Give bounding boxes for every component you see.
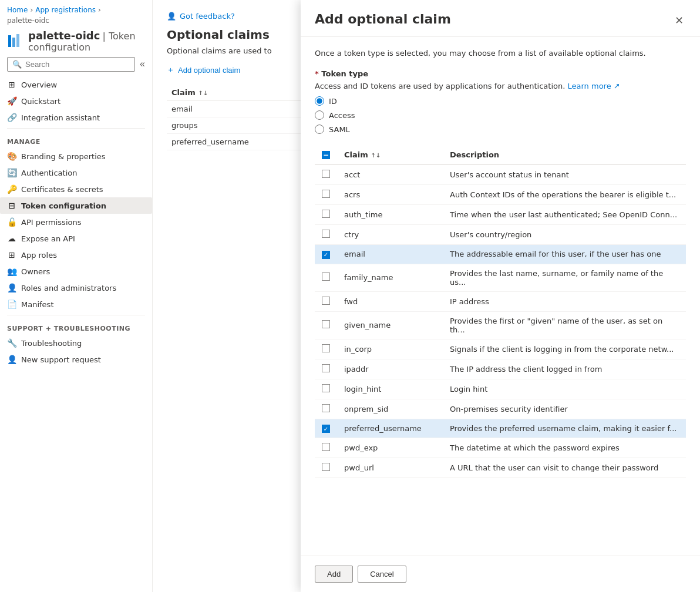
sidebar-item-api-permissions[interactable]: 🔓 API permissions xyxy=(0,214,152,230)
radio-saml[interactable]: SAML xyxy=(315,125,686,134)
claim-checkbox[interactable] xyxy=(322,170,330,178)
claim-checkbox-cell[interactable] xyxy=(315,205,337,225)
claim-description: A URL that the user can visit to change … xyxy=(443,458,686,478)
search-input[interactable] xyxy=(25,60,130,69)
claim-checkbox-cell[interactable] xyxy=(315,438,337,458)
select-all-checkbox[interactable] xyxy=(322,151,330,159)
claim-checkbox[interactable] xyxy=(322,364,330,372)
token-config-icon: ⊟ xyxy=(7,201,16,210)
claim-checkbox-cell[interactable] xyxy=(315,399,337,419)
radio-id-input[interactable] xyxy=(315,96,324,106)
list-item[interactable]: pwd_url A URL that the user can visit to… xyxy=(315,458,686,478)
claim-checkbox-cell[interactable] xyxy=(315,419,337,438)
claim-checkbox[interactable] xyxy=(322,404,330,412)
breadcrumb-app-registrations[interactable]: App registrations xyxy=(35,6,96,14)
claim-description: Provides the last name, surname, or fami… xyxy=(443,264,686,291)
radio-access[interactable]: Access xyxy=(315,110,686,120)
sidebar-item-roles-admins[interactable]: 👤 Roles and administrators xyxy=(0,280,152,296)
list-item[interactable]: in_corp Signals if the client is logging… xyxy=(315,339,686,359)
claim-checkbox[interactable] xyxy=(322,273,330,281)
radio-access-input[interactable] xyxy=(315,110,324,120)
sidebar-item-quickstart[interactable]: 🚀 Quickstart xyxy=(0,93,152,109)
claim-name: ctry xyxy=(337,225,443,245)
list-item[interactable]: pwd_exp The datetime at which the passwo… xyxy=(315,438,686,458)
branding-icon: 🎨 xyxy=(7,152,16,161)
collapse-button[interactable]: « xyxy=(135,56,150,72)
breadcrumb-current: palette-oidc xyxy=(7,16,49,25)
sidebar-item-label: Expose an API xyxy=(21,234,75,243)
svg-rect-1 xyxy=(12,38,15,47)
breadcrumb-home[interactable]: Home xyxy=(7,6,28,14)
radio-id[interactable]: ID xyxy=(315,96,686,106)
claim-description: Provides the first or "given" name of th… xyxy=(443,311,686,339)
dialog-close-button[interactable]: ✕ xyxy=(672,12,686,29)
claim-checkbox-cell[interactable] xyxy=(315,311,337,339)
claim-checkbox[interactable] xyxy=(322,443,330,451)
list-item[interactable]: acrs Auth Context IDs of the operations … xyxy=(315,185,686,205)
list-item[interactable]: fwd IP address xyxy=(315,291,686,311)
feedback-button[interactable]: 👤 Got feedback? xyxy=(167,12,235,21)
sidebar-item-owners[interactable]: 👥 Owners xyxy=(0,263,152,280)
claim-checkbox[interactable] xyxy=(322,251,330,259)
claim-checkbox[interactable] xyxy=(322,210,330,218)
list-item[interactable]: acct User's account status in tenant xyxy=(315,164,686,185)
token-desc: Access and ID tokens are used by applica… xyxy=(315,82,686,90)
sidebar-item-authentication[interactable]: 🔄 Authentication xyxy=(0,164,152,181)
sidebar-item-app-roles[interactable]: ⊞ App roles xyxy=(0,247,152,263)
claim-checkbox[interactable] xyxy=(322,190,330,198)
learn-more-link[interactable]: Learn more ↗ xyxy=(568,82,620,90)
list-item[interactable]: ctry User's country/region xyxy=(315,225,686,245)
claim-name: auth_time xyxy=(337,205,443,225)
claim-checkbox[interactable] xyxy=(322,463,330,471)
sidebar-item-manifest[interactable]: 📄 Manifest xyxy=(0,296,152,312)
claim-header: Claim ↑↓ xyxy=(337,146,443,164)
sidebar-item-integration[interactable]: 🔗 Integration assistant xyxy=(0,109,152,126)
sidebar-item-troubleshooting[interactable]: 🔧 Troubleshooting xyxy=(0,335,152,351)
add-button[interactable]: Add xyxy=(315,566,353,583)
sidebar-item-expose-api[interactable]: ☁️ Expose an API xyxy=(0,230,152,247)
list-item[interactable]: auth_time Time when the user last authen… xyxy=(315,205,686,225)
sidebar-item-label: Owners xyxy=(21,267,50,276)
claim-checkbox-cell[interactable] xyxy=(315,245,337,264)
support-section-label: Support + Troubleshooting xyxy=(0,318,152,335)
content-area: 👤 Got feedback? Optional claims Optional… xyxy=(153,0,700,592)
claim-checkbox-cell[interactable] xyxy=(315,225,337,245)
claim-checkbox[interactable] xyxy=(322,230,330,238)
sidebar-item-overview[interactable]: ⊞ Overview xyxy=(0,76,152,93)
claim-checkbox-cell[interactable] xyxy=(315,291,337,311)
claim-checkbox[interactable] xyxy=(322,297,330,305)
claim-checkbox-cell[interactable] xyxy=(315,264,337,291)
claim-checkbox[interactable] xyxy=(322,344,330,352)
claim-checkbox-cell[interactable] xyxy=(315,339,337,359)
list-item[interactable]: family_name Provides the last name, surn… xyxy=(315,264,686,291)
radio-saml-input[interactable] xyxy=(315,125,324,134)
manifest-icon: 📄 xyxy=(7,300,16,309)
sidebar-item-token-config[interactable]: ⊟ Token configuration xyxy=(0,197,152,214)
plus-icon: ＋ xyxy=(167,65,174,75)
list-item[interactable]: email The addressable email for this use… xyxy=(315,245,686,264)
sidebar-item-branding[interactable]: 🎨 Branding & properties xyxy=(0,148,152,164)
description-header: Description xyxy=(443,146,686,164)
sidebar-item-certificates[interactable]: 🔑 Certificates & secrets xyxy=(0,181,152,197)
claim-checkbox-cell[interactable] xyxy=(315,359,337,379)
sidebar-item-label: API permissions xyxy=(21,218,81,227)
cancel-button[interactable]: Cancel xyxy=(358,566,406,583)
claim-checkbox-cell[interactable] xyxy=(315,185,337,205)
list-item[interactable]: ipaddr The IP address the client logged … xyxy=(315,359,686,379)
list-item[interactable]: preferred_username Provides the preferre… xyxy=(315,419,686,438)
add-optional-claim-button[interactable]: ＋ Add optional claim xyxy=(167,65,240,75)
overview-icon: ⊞ xyxy=(7,80,16,89)
claim-checkbox-cell[interactable] xyxy=(315,379,337,399)
list-item[interactable]: onprem_sid On-premises security identifi… xyxy=(315,399,686,419)
required-indicator: * xyxy=(315,69,321,78)
claim-checkbox[interactable] xyxy=(322,425,330,433)
claim-checkbox[interactable] xyxy=(322,320,330,328)
claim-checkbox-cell[interactable] xyxy=(315,164,337,185)
sidebar-item-new-support[interactable]: 👤 New support request xyxy=(0,351,152,368)
list-item[interactable]: login_hint Login hint xyxy=(315,379,686,399)
claim-checkbox[interactable] xyxy=(322,384,330,392)
claim-checkbox-cell[interactable] xyxy=(315,458,337,478)
integration-icon: 🔗 xyxy=(7,113,16,122)
list-item[interactable]: given_name Provides the first or "given"… xyxy=(315,311,686,339)
select-all-header[interactable] xyxy=(315,146,337,164)
